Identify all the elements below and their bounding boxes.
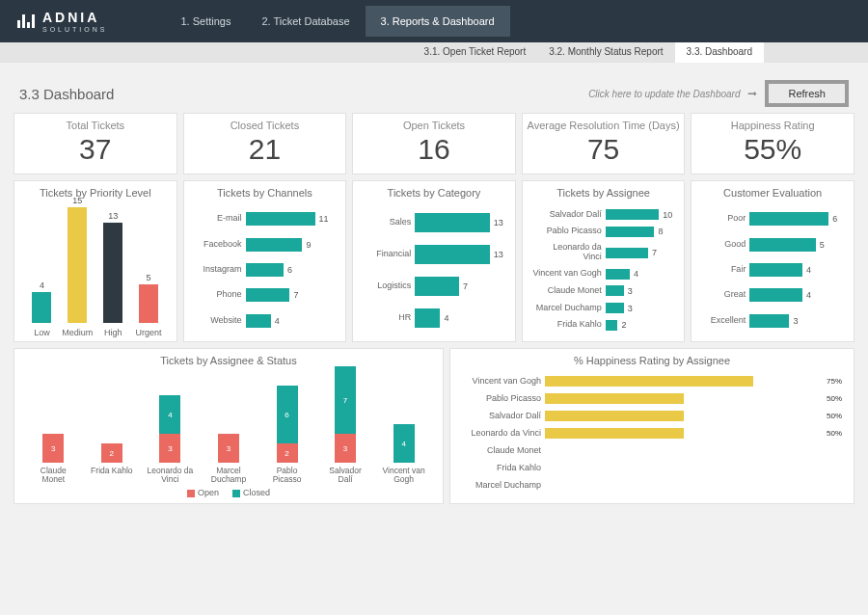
category-label: HR: [363, 313, 415, 323]
bar-col: 5Urgent: [134, 273, 163, 337]
bar-col: 26Pablo Picasso: [263, 386, 312, 486]
bar: [749, 263, 802, 277]
data-label: 6: [832, 214, 837, 224]
kpi-card: Happiness Rating55%: [691, 113, 854, 174]
legend-item-open: Open: [187, 488, 219, 497]
data-label: 13: [494, 218, 503, 227]
category-label: Salvador Dalí: [321, 467, 369, 486]
panel-category: Tickets by Category Sales13Financial13Lo…: [352, 180, 516, 342]
kpi-card: Average Resolution Time (Days)75: [522, 113, 686, 174]
bar-track: 4: [749, 263, 842, 277]
kpi-value: 16: [357, 133, 511, 166]
bar-segment: 3: [159, 434, 180, 463]
bar-track: 13: [415, 213, 503, 232]
bar-row: Claude Monet3: [532, 285, 673, 296]
kpi-row: Total Tickets37Closed Tickets21Open Tick…: [0, 113, 868, 174]
bar-track: 7: [415, 277, 503, 296]
bar-segment: 3: [335, 434, 356, 463]
category-label: Leonardo da Vinci: [460, 428, 545, 438]
data-label: 7: [335, 396, 356, 405]
bar: [246, 314, 271, 328]
bar-row: Good5: [701, 238, 842, 252]
category-label: Claude Monet: [29, 467, 77, 486]
bar: [246, 238, 303, 252]
stacked-bar: 26: [277, 386, 298, 463]
bar: [545, 428, 684, 439]
panel-title: % Happiness Rating by Assignee: [458, 355, 846, 366]
category-label: Vincent van Gogh: [380, 467, 428, 486]
bar-track: 4: [606, 269, 673, 280]
bar-row: Sales13: [363, 213, 503, 232]
bar: [606, 269, 630, 280]
category-label: Claude Monet: [532, 286, 606, 296]
data-label: 3: [42, 444, 64, 453]
nav-tab[interactable]: 2. Ticket Database: [246, 6, 365, 37]
category-label: Frida Kahlo: [91, 467, 132, 486]
bar-segment: 3: [218, 434, 239, 463]
data-label: 4: [40, 281, 44, 290]
category-label: Pablo Picasso: [263, 467, 312, 486]
stacked-bar: 3: [218, 434, 239, 463]
category-label: Sales: [363, 218, 415, 227]
panel-title: Tickets by Assignee: [530, 187, 677, 199]
data-label: 4: [393, 440, 415, 448]
bar-track: 2: [606, 320, 673, 331]
bar: [749, 212, 828, 226]
bar: [606, 209, 660, 220]
category-label: Frida Kahlo: [460, 463, 545, 472]
data-label: 6: [287, 265, 292, 275]
data-label: 9: [306, 240, 311, 250]
category-label: Leonardo da Vinci: [146, 467, 194, 486]
panel-title: Tickets by Channels: [192, 187, 339, 199]
data-label: 3: [218, 444, 239, 453]
legend-swatch-icon: [232, 490, 240, 497]
subnav-tab[interactable]: 3.2. Monthly Status Report: [537, 42, 674, 63]
bar: [606, 248, 648, 258]
bar-row: Phone7: [194, 288, 335, 302]
bar: [545, 393, 684, 404]
category-label: Salvador Dalí: [532, 210, 606, 220]
bar-track: 4: [415, 308, 503, 328]
panel-evaluation: Customer Evaluation Poor6Good5Fair4Great…: [691, 180, 854, 342]
bar-col: 13High: [98, 211, 127, 337]
data-label: 4: [634, 269, 638, 279]
kpi-label: Happiness Rating: [695, 120, 850, 131]
bar-segment: 2: [277, 443, 298, 463]
subnav-tab[interactable]: 3.3. Dashboard: [675, 42, 764, 63]
category-label: Phone: [194, 290, 246, 300]
category-label: Marcel Duchamp: [532, 304, 606, 313]
data-label: 2: [277, 449, 298, 458]
data-label: 3: [628, 304, 633, 313]
bar-col: 34Leonardo da Vinci: [146, 395, 194, 486]
category-label: Pablo Picasso: [532, 227, 606, 236]
nav-tab[interactable]: 1. Settings: [165, 6, 246, 37]
bar-col: 3Claude Monet: [29, 434, 77, 486]
bar: [415, 277, 459, 296]
refresh-button[interactable]: Refresh: [765, 80, 849, 107]
category-label: Vincent van Gogh: [532, 269, 606, 279]
category-label: E-mail: [194, 214, 246, 224]
bar: [415, 245, 490, 264]
data-label: 8: [658, 227, 663, 236]
chart-assignee-status: 3Claude Monet2Frida Kahlo34Leonardo da V…: [22, 370, 435, 486]
chart-channels: E-mail11Facebook9Instagram6Phone7Website…: [192, 202, 339, 337]
legend-item-closed: Closed: [232, 488, 270, 497]
brand-subtitle: SOLUTIONS: [42, 26, 107, 33]
subnav-tab[interactable]: 3.1. Open Ticket Report: [413, 42, 538, 63]
category-label: Marcel Duchamp: [204, 467, 253, 486]
panel-happiness: % Happiness Rating by Assignee Vincent v…: [449, 348, 854, 504]
kpi-value: 75: [527, 133, 681, 166]
arrow-right-icon: ➞: [747, 87, 757, 100]
nav-tab[interactable]: 3. Reports & Dashboard: [366, 6, 510, 37]
bar-track: 3: [606, 285, 673, 296]
primary-nav: 1. Settings2. Ticket Database3. Reports …: [165, 6, 509, 37]
bar-segment: 2: [101, 443, 122, 463]
bar: [139, 284, 158, 323]
bar-row: Frida Kahlo: [460, 463, 842, 473]
bar-track: [545, 463, 819, 473]
bar: [606, 320, 618, 331]
chart-legend: Open Closed: [22, 488, 435, 497]
category-label: Instagram: [194, 265, 246, 275]
category-label: Urgent: [136, 328, 162, 337]
bar-row: Marcel Duchamp3: [532, 303, 673, 313]
